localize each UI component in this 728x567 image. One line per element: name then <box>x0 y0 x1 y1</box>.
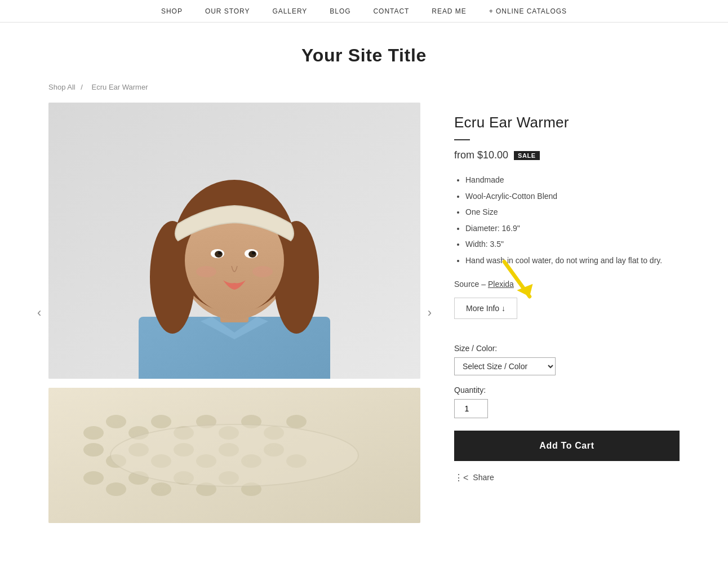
svg-point-12 <box>248 251 256 258</box>
svg-point-19 <box>106 415 126 428</box>
source-link[interactable]: Plexida <box>488 280 514 289</box>
product-images: ‹ <box>48 103 420 523</box>
share-label: Share <box>473 473 494 482</box>
feature-item: Diameter: 16.9" <box>465 221 680 236</box>
product-photo-svg <box>48 103 420 379</box>
more-info-button[interactable]: More Info ↓ <box>454 298 517 319</box>
svg-point-28 <box>83 443 104 457</box>
svg-point-41 <box>151 482 171 496</box>
share-icon: ⋮< <box>454 472 468 483</box>
source-text: Source – <box>454 280 486 289</box>
quantity-label: Quantity: <box>454 386 680 395</box>
product-price: from $10.00 SALE <box>454 149 680 161</box>
svg-point-16 <box>252 266 273 277</box>
price-prefix: from $ <box>454 149 483 161</box>
product-image-secondary <box>48 388 420 523</box>
svg-point-11 <box>215 251 223 258</box>
nav-gallery[interactable]: GALLERY <box>272 7 307 15</box>
sale-badge: SALE <box>514 151 540 160</box>
product-knit-svg <box>48 388 420 523</box>
svg-point-14 <box>252 252 255 255</box>
product-image-main <box>48 103 420 379</box>
quantity-input[interactable] <box>454 399 488 418</box>
source-line: Source – Plexida <box>454 280 680 289</box>
price-text: from $10.00 <box>454 149 508 161</box>
size-color-label: Size / Color: <box>454 344 680 353</box>
size-color-section: Size / Color: Select Size / ColorSmall /… <box>454 344 680 375</box>
site-title: Your Site Title <box>0 45 728 66</box>
nav-shop[interactable]: SHOP <box>161 7 183 15</box>
breadcrumb-separator: / <box>81 83 83 91</box>
nav-online-catalogs[interactable]: + ONLINE CATALOGS <box>489 7 567 15</box>
share-section[interactable]: ⋮< Share <box>454 472 680 483</box>
product-title: Ecru Ear Warmer <box>454 114 680 131</box>
features-list: Handmade Wool-Acrylic-Cotton Blend One S… <box>454 172 680 268</box>
svg-point-18 <box>83 426 104 440</box>
feature-item: Hand wash in cool water, do not wring an… <box>465 253 680 268</box>
svg-point-21 <box>151 415 171 428</box>
feature-item: Wool-Acrylic-Cotton Blend <box>465 189 680 204</box>
svg-point-15 <box>196 266 216 277</box>
main-nav: SHOP OUR STORY GALLERY BLOG CONTACT READ… <box>0 0 728 23</box>
feature-item: Handmade <box>465 172 680 188</box>
breadcrumb-current: Ecru Ear Warmer <box>92 83 148 91</box>
product-divider <box>454 139 470 140</box>
site-title-section: Your Site Title <box>0 23 728 83</box>
feature-item: One Size <box>465 205 680 220</box>
svg-point-38 <box>83 471 104 485</box>
nav-our-story[interactable]: OUR STORY <box>205 7 250 15</box>
svg-point-39 <box>106 482 126 496</box>
product-info: Ecru Ear Warmer from $10.00 SALE Handmad… <box>454 103 680 523</box>
add-to-cart-button[interactable]: Add To Cart <box>454 431 680 461</box>
nav-blog[interactable]: BLOG <box>330 7 350 15</box>
svg-point-13 <box>218 252 221 255</box>
quantity-section: Quantity: <box>454 386 680 431</box>
next-image-button[interactable]: › <box>422 300 437 326</box>
price-amount: 10.00 <box>483 149 508 161</box>
prev-image-button[interactable]: ‹ <box>32 300 47 326</box>
feature-item: Width: 3.5" <box>465 237 680 252</box>
svg-point-27 <box>286 415 307 428</box>
size-color-select[interactable]: Select Size / ColorSmall / EcruMedium / … <box>454 357 556 375</box>
nav-read-me[interactable]: READ ME <box>432 7 466 15</box>
breadcrumb: Shop All / Ecru Ear Warmer <box>48 83 680 91</box>
breadcrumb-parent-link[interactable]: Shop All <box>48 83 76 91</box>
nav-contact[interactable]: CONTACT <box>373 7 409 15</box>
svg-point-46 <box>110 424 358 486</box>
